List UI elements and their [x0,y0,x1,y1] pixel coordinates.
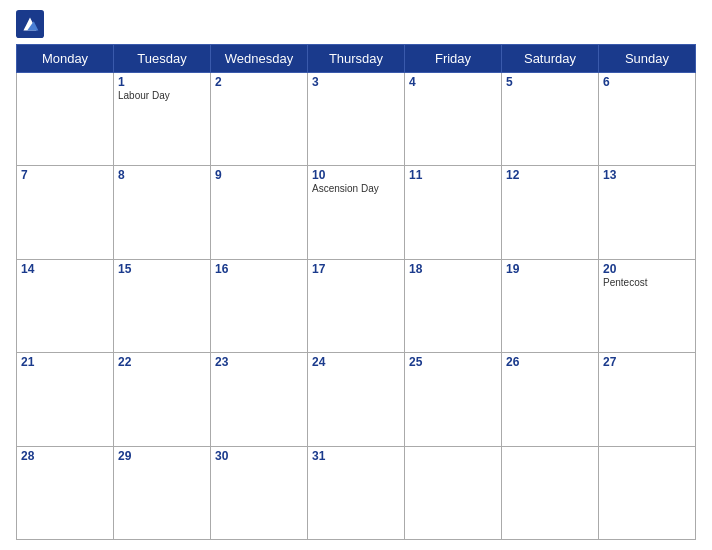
day-number: 14 [21,262,109,276]
logo [16,10,48,38]
day-cell: 9 [211,166,308,259]
day-number: 28 [21,449,109,463]
day-cell: 28 [17,446,114,539]
day-header-tuesday: Tuesday [114,45,211,73]
day-number: 18 [409,262,497,276]
day-number: 13 [603,168,691,182]
week-row-2: 78910Ascension Day111213 [17,166,696,259]
day-number: 12 [506,168,594,182]
calendar-body: 1Labour Day2345678910Ascension Day111213… [17,73,696,540]
day-cell: 26 [502,353,599,446]
day-number: 11 [409,168,497,182]
day-number: 3 [312,75,400,89]
day-cell: 6 [599,73,696,166]
header [16,10,696,38]
day-number: 29 [118,449,206,463]
day-number: 7 [21,168,109,182]
day-number: 9 [215,168,303,182]
header-row: MondayTuesdayWednesdayThursdayFridaySatu… [17,45,696,73]
day-cell: 25 [405,353,502,446]
day-cell: 3 [308,73,405,166]
day-cell: 21 [17,353,114,446]
day-number: 17 [312,262,400,276]
day-cell: 17 [308,259,405,352]
day-number: 19 [506,262,594,276]
day-number: 15 [118,262,206,276]
holiday-label: Ascension Day [312,183,400,194]
day-cell [502,446,599,539]
day-number: 16 [215,262,303,276]
week-row-1: 1Labour Day23456 [17,73,696,166]
holiday-label: Labour Day [118,90,206,101]
day-number: 24 [312,355,400,369]
day-cell: 12 [502,166,599,259]
day-number: 4 [409,75,497,89]
day-number: 22 [118,355,206,369]
day-cell: 31 [308,446,405,539]
day-number: 21 [21,355,109,369]
day-cell: 4 [405,73,502,166]
day-cell: 23 [211,353,308,446]
day-cell: 10Ascension Day [308,166,405,259]
day-cell: 29 [114,446,211,539]
week-row-5: 28293031 [17,446,696,539]
day-number: 6 [603,75,691,89]
day-header-wednesday: Wednesday [211,45,308,73]
day-number: 31 [312,449,400,463]
day-cell [405,446,502,539]
day-number: 26 [506,355,594,369]
day-cell: 5 [502,73,599,166]
day-cell: 20Pentecost [599,259,696,352]
day-cell: 11 [405,166,502,259]
day-cell: 27 [599,353,696,446]
day-cell: 22 [114,353,211,446]
day-header-saturday: Saturday [502,45,599,73]
day-cell: 15 [114,259,211,352]
day-number: 25 [409,355,497,369]
day-number: 8 [118,168,206,182]
day-cell: 18 [405,259,502,352]
day-number: 1 [118,75,206,89]
day-number: 2 [215,75,303,89]
day-cell: 8 [114,166,211,259]
day-cell: 14 [17,259,114,352]
day-header-monday: Monday [17,45,114,73]
day-number: 20 [603,262,691,276]
day-cell: 24 [308,353,405,446]
day-number: 10 [312,168,400,182]
calendar-page: MondayTuesdayWednesdayThursdayFridaySatu… [0,0,712,550]
holiday-label: Pentecost [603,277,691,288]
day-number: 5 [506,75,594,89]
day-cell: 7 [17,166,114,259]
day-cell [599,446,696,539]
day-cell: 2 [211,73,308,166]
logo-icon [16,10,44,38]
day-cell: 13 [599,166,696,259]
day-header-sunday: Sunday [599,45,696,73]
week-row-3: 14151617181920Pentecost [17,259,696,352]
day-number: 23 [215,355,303,369]
day-header-friday: Friday [405,45,502,73]
calendar-table: MondayTuesdayWednesdayThursdayFridaySatu… [16,44,696,540]
day-cell: 1Labour Day [114,73,211,166]
day-cell: 30 [211,446,308,539]
day-cell [17,73,114,166]
week-row-4: 21222324252627 [17,353,696,446]
day-number: 30 [215,449,303,463]
day-cell: 16 [211,259,308,352]
day-number: 27 [603,355,691,369]
day-header-thursday: Thursday [308,45,405,73]
calendar-header: MondayTuesdayWednesdayThursdayFridaySatu… [17,45,696,73]
day-cell: 19 [502,259,599,352]
